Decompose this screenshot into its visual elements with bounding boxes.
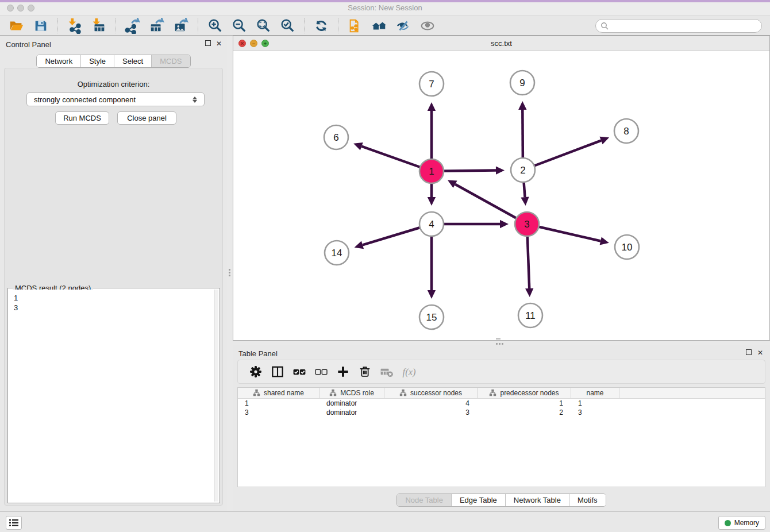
graph-node-1[interactable]: 1 [419, 159, 444, 183]
table-panel-float-icon[interactable] [746, 349, 752, 355]
column-header-shared-name[interactable]: shared name [238, 388, 319, 398]
toolbar-separator [338, 18, 338, 33]
vertical-splitter[interactable] [227, 36, 233, 511]
import-network-button[interactable] [65, 17, 84, 34]
run-mcds-button[interactable]: Run MCDS [55, 111, 109, 125]
refresh-button[interactable] [311, 17, 331, 34]
cell-name[interactable]: 1 [571, 399, 619, 408]
cell-predecessor-nodes[interactable]: 1 [478, 399, 571, 408]
table-panel-close-icon[interactable]: ✕ [757, 349, 763, 356]
graph-node-8[interactable]: 8 [614, 119, 638, 143]
svg-text:7: 7 [429, 79, 434, 90]
cell-MCDS-role[interactable]: dominator [319, 399, 384, 408]
svg-text:4: 4 [429, 219, 434, 230]
control-panel-float-icon[interactable] [205, 40, 211, 46]
tree-icon [253, 389, 260, 397]
graph-node-2[interactable]: 2 [511, 158, 535, 182]
cell-name[interactable]: 3 [571, 408, 619, 417]
graph-node-4[interactable]: 4 [419, 212, 444, 236]
zoom-fit-button[interactable] [253, 17, 273, 34]
mcds-tab-content: Optimization criterion: strongly connect… [4, 68, 223, 506]
save-button[interactable] [31, 17, 51, 34]
canvas-resize-grip[interactable] [496, 338, 500, 340]
export-table-button[interactable] [147, 17, 167, 34]
cell-successor-nodes[interactable]: 4 [384, 399, 478, 408]
graph-node-6[interactable]: 6 [324, 125, 348, 149]
close-panel-button[interactable]: Close panel [117, 111, 176, 125]
export-network-button[interactable] [123, 17, 143, 34]
cell-successor-nodes[interactable]: 3 [384, 408, 478, 417]
network-canvas[interactable]: 7968124314101511 [233, 51, 769, 340]
search-input[interactable] [595, 19, 762, 33]
optimization-criterion-select[interactable]: strongly connected component [26, 92, 205, 106]
table-tab-edge-table[interactable]: Edge Table [452, 494, 506, 506]
cell-MCDS-role[interactable]: dominator [319, 408, 384, 417]
add-column-icon [336, 364, 351, 379]
cell-shared-name[interactable]: 3 [238, 408, 319, 417]
mcds-result-line: 3 [14, 303, 214, 313]
export-image-icon [173, 18, 189, 34]
show-eye-icon [419, 18, 436, 34]
column-header-MCDS-role[interactable]: MCDS role [319, 388, 384, 398]
new-network-doc-button[interactable] [345, 17, 365, 34]
column-header-name[interactable]: name [571, 388, 619, 398]
delete-column-button[interactable] [356, 363, 374, 380]
column-header-predecessor-nodes[interactable]: predecessor nodes [478, 388, 571, 398]
hide-eye-button[interactable] [394, 17, 413, 34]
memory-button[interactable]: Memory [718, 516, 765, 530]
zoom-selected-button[interactable] [278, 17, 297, 34]
graph-node-9[interactable]: 9 [510, 71, 534, 95]
delete-table-button [378, 363, 395, 380]
table-row[interactable]: 1dominator411 [238, 399, 765, 408]
edge-arrow-4-3 [500, 220, 509, 228]
network-window-titlebar[interactable]: ✕ − + scc.txt [233, 36, 769, 51]
table-tab-motifs[interactable]: Motifs [569, 494, 606, 506]
add-column-button[interactable] [334, 363, 352, 380]
homes-button[interactable] [369, 17, 389, 34]
graph-node-3[interactable]: 3 [515, 212, 539, 236]
zoom-selected-icon [279, 18, 295, 34]
mcds-result-text[interactable]: 13 [9, 290, 218, 502]
zoom-in-button[interactable] [205, 17, 225, 34]
search-field-wrap [595, 19, 762, 33]
network-window-title: scc.txt [233, 39, 769, 48]
table-tab-node-table[interactable]: Node Table [397, 494, 452, 506]
toolbar-separator [116, 18, 116, 33]
table-tab-group: Node TableEdge TableNetwork TableMotifs [396, 494, 606, 507]
tab-style[interactable]: Style [81, 55, 114, 67]
graph-node-11[interactable]: 11 [518, 303, 542, 327]
open-folder-button[interactable] [7, 17, 26, 34]
task-history-button[interactable] [6, 516, 22, 530]
control-panel-close-icon[interactable]: ✕ [216, 40, 222, 47]
horizontal-splitter[interactable] [233, 341, 770, 345]
graph-node-7[interactable]: 7 [419, 72, 444, 96]
tab-network[interactable]: Network [37, 55, 81, 67]
new-network-doc-icon [347, 18, 363, 34]
edge-arrow-4-15 [428, 290, 436, 299]
svg-text:3: 3 [524, 219, 529, 230]
column-header-successor-nodes[interactable]: successor nodes [384, 388, 478, 398]
tree-icon [489, 389, 496, 397]
gear-button[interactable] [247, 363, 264, 380]
select-all-button[interactable] [291, 363, 308, 380]
table-row[interactable]: 3dominator323 [238, 408, 765, 417]
titlebar-accent [0, 0, 770, 2]
export-image-button[interactable] [171, 17, 191, 34]
deselect-all-button[interactable] [313, 363, 330, 380]
import-table-button[interactable] [89, 17, 109, 34]
graph-node-15[interactable]: 15 [419, 305, 444, 329]
columns-button[interactable] [269, 363, 286, 380]
gear-icon [248, 364, 263, 379]
show-eye-button[interactable] [418, 17, 437, 34]
result-scrollbar[interactable] [214, 290, 218, 502]
graph-node-14[interactable]: 14 [325, 241, 349, 265]
tab-mcds[interactable]: MCDS [152, 55, 190, 67]
zoom-out-button[interactable] [229, 17, 249, 34]
tab-select[interactable]: Select [114, 55, 152, 67]
table-tab-network-table[interactable]: Network Table [506, 494, 569, 506]
cell-shared-name[interactable]: 1 [238, 399, 319, 408]
graph-node-10[interactable]: 10 [615, 235, 639, 259]
cell-predecessor-nodes[interactable]: 2 [478, 408, 571, 417]
edge-arrow-1-4 [428, 197, 436, 206]
columns-icon [270, 364, 285, 379]
